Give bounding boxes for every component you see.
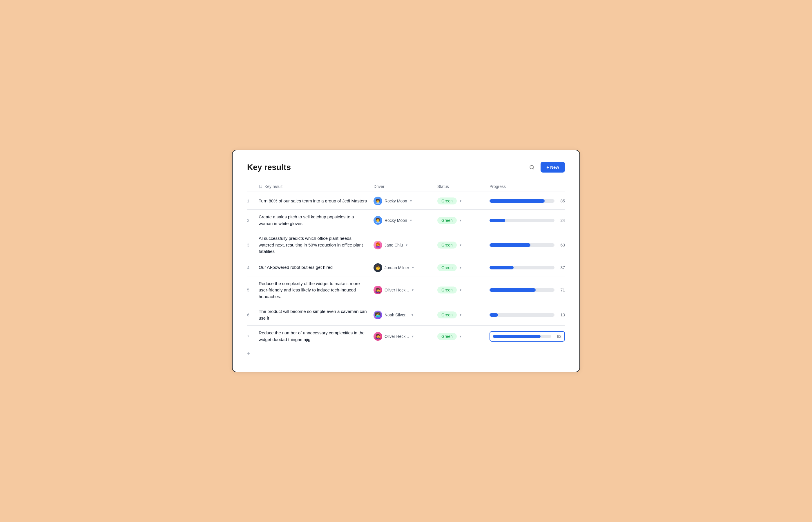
add-icon[interactable]: +: [247, 350, 250, 357]
status-badge: Green: [437, 264, 457, 271]
progress-value: 37: [557, 265, 565, 270]
row-number: 2: [247, 218, 259, 223]
col-header-status: Status: [437, 184, 489, 189]
progress-cell: 85: [489, 199, 565, 203]
progress-bar-track: [489, 288, 554, 292]
status-cell[interactable]: Green ▾: [437, 312, 489, 318]
status-cell[interactable]: Green ▾: [437, 198, 489, 204]
row-title: AI successfully predicts which office pl…: [259, 235, 373, 255]
page-header: Key results + New: [247, 162, 565, 173]
chevron-down-icon: ▾: [460, 266, 461, 270]
row-number: 7: [247, 334, 259, 339]
driver-name: Jordan Milner: [385, 265, 409, 270]
progress-cell: 24: [489, 218, 565, 223]
chevron-down-icon: ▾: [411, 313, 413, 317]
bookmark-icon: [259, 184, 263, 188]
col-label-driver: Driver: [373, 184, 384, 189]
driver-cell[interactable]: 🧑‍💼 Rocky Moon ▾: [373, 197, 437, 205]
status-cell[interactable]: Green ▾: [437, 242, 489, 248]
row-title: The product will become so simple even a…: [259, 308, 373, 321]
row-title: Turn 80% of our sales team into a group …: [259, 198, 373, 204]
col-header-key-result: Key result: [259, 184, 373, 189]
driver-cell[interactable]: 🧑 Jordan Milner ▾: [373, 263, 437, 272]
progress-bar-track: [489, 243, 554, 247]
table-row: 1 Turn 80% of our sales team into a grou…: [247, 193, 565, 210]
col-header-progress: Progress: [489, 184, 565, 189]
driver-name: Oliver Heck...: [385, 334, 409, 339]
driver-name: Rocky Moon: [385, 218, 407, 223]
add-row[interactable]: +: [247, 347, 565, 360]
table-row: 2 Create a sales pitch to sell ketchup p…: [247, 210, 565, 231]
driver-cell[interactable]: 👩‍🎤 Oliver Heck... ▾: [373, 332, 437, 341]
col-header-driver: Driver: [373, 184, 437, 189]
avatar: 🧑‍💼: [373, 216, 382, 225]
driver-cell[interactable]: 👩‍🦰 Jane Chiu ▾: [373, 241, 437, 249]
progress-value: 24: [557, 218, 565, 223]
chevron-down-icon: ▾: [460, 334, 461, 338]
row-number: 6: [247, 313, 259, 317]
driver-cell[interactable]: 🧑‍💼 Rocky Moon ▾: [373, 216, 437, 225]
progress-cell-highlighted: 82: [489, 331, 565, 342]
status-cell[interactable]: Green ▾: [437, 217, 489, 224]
new-button-label: + New: [546, 165, 559, 169]
main-card: Key results + New Key result: [232, 149, 580, 373]
page-title: Key results: [247, 163, 291, 172]
col-label-status: Status: [437, 184, 449, 189]
row-title: Reduce the number of unnecessary complex…: [259, 330, 373, 343]
avatar: 👩‍🎤: [373, 286, 382, 294]
driver-name: Jane Chiu: [385, 243, 403, 247]
progress-cell: 71: [489, 288, 565, 292]
new-button[interactable]: + New: [541, 162, 565, 173]
chevron-down-icon: ▾: [412, 288, 413, 292]
driver-name: Rocky Moon: [385, 199, 407, 203]
search-button[interactable]: [527, 162, 537, 173]
status-badge: Green: [437, 312, 457, 318]
table-body: 1 Turn 80% of our sales team into a grou…: [247, 193, 565, 347]
row-number: 4: [247, 265, 259, 270]
row-title: Our AI-powered robot butlers get hired: [259, 264, 373, 271]
progress-bar-fill: [489, 266, 513, 269]
progress-cell: 37: [489, 265, 565, 270]
progress-bar-track: [489, 313, 554, 317]
chevron-down-icon: ▾: [460, 218, 461, 222]
table-header-row: Key result Driver Status Progress: [247, 182, 565, 192]
progress-cell: 63: [489, 243, 565, 247]
chevron-down-icon: ▾: [460, 199, 461, 203]
row-number: 5: [247, 288, 259, 292]
driver-cell[interactable]: 👩‍🎤 Oliver Heck... ▾: [373, 286, 437, 294]
progress-bar-fill: [493, 335, 541, 338]
progress-bar-track: [489, 219, 554, 222]
avatar: 🧑‍💻: [373, 310, 382, 319]
table-row: 5 Reduce the complexity of the widget to…: [247, 276, 565, 304]
chevron-down-icon: ▾: [412, 266, 414, 270]
row-number: 1: [247, 199, 259, 203]
search-icon: [529, 165, 534, 170]
driver-cell[interactable]: 🧑‍💻 Noah Silver... ▾: [373, 310, 437, 319]
progress-value: 85: [557, 199, 565, 203]
progress-bar-fill: [489, 219, 505, 222]
header-actions: + New: [527, 162, 565, 173]
row-title: Reduce the complexity of the widget to m…: [259, 280, 373, 300]
avatar: 🧑: [373, 263, 382, 272]
progress-value: 82: [554, 334, 562, 339]
table-row: 3 AI successfully predicts which office …: [247, 231, 565, 259]
progress-bar-fill: [489, 288, 536, 292]
status-badge: Green: [437, 333, 457, 340]
status-cell[interactable]: Green ▾: [437, 286, 489, 294]
svg-line-1: [533, 168, 534, 169]
progress-value: 71: [557, 288, 565, 292]
chevron-down-icon: ▾: [410, 199, 412, 203]
progress-bar-fill: [489, 199, 545, 203]
status-badge: Green: [437, 242, 457, 248]
progress-bar-track: [489, 199, 554, 203]
progress-bar-fill: [489, 313, 498, 317]
table-row: 4 Our AI-powered robot butlers get hired…: [247, 259, 565, 276]
status-badge: Green: [437, 286, 457, 294]
avatar: 👩‍🎤: [373, 332, 382, 341]
status-cell[interactable]: Green ▾: [437, 333, 489, 340]
avatar: 👩‍🦰: [373, 241, 382, 249]
status-cell[interactable]: Green ▾: [437, 264, 489, 271]
table-row: 6 The product will become so simple even…: [247, 304, 565, 326]
chevron-down-icon: ▾: [460, 243, 461, 247]
chevron-down-icon: ▾: [412, 334, 413, 338]
